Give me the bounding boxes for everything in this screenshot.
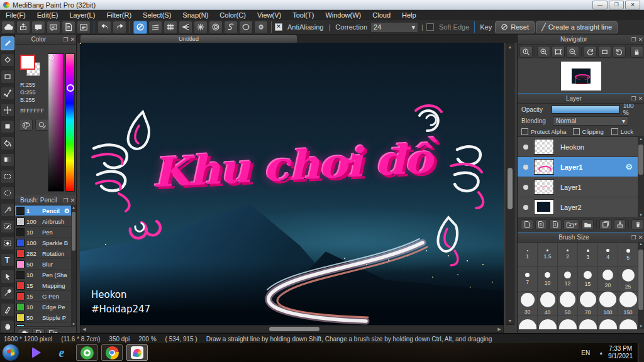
- navigator-preview[interactable]: [518, 58, 644, 93]
- undo-icon[interactable]: [97, 21, 111, 34]
- brush-item-mapping[interactable]: 15Mapping: [15, 280, 76, 291]
- menu-help[interactable]: Help: [396, 11, 422, 19]
- document-list-icon[interactable]: [77, 21, 91, 34]
- fit-screen-icon[interactable]: [552, 46, 565, 58]
- palette-icon[interactable]: [19, 119, 33, 131]
- duplicate-layer-icon[interactable]: [599, 219, 612, 230]
- snap-ellipse-icon[interactable]: [239, 21, 253, 34]
- snap-grid-icon[interactable]: [164, 21, 177, 34]
- taskbar-ie-icon[interactable]: e: [51, 344, 72, 361]
- add-folder-icon[interactable]: ▾: [564, 219, 580, 230]
- minimize-button[interactable]: —: [592, 1, 608, 9]
- snap-settings-gear-icon[interactable]: ⚙: [254, 21, 268, 34]
- close-icon[interactable]: ✕: [69, 36, 76, 43]
- soft-edge-checkbox[interactable]: [426, 23, 434, 31]
- select-pen-tool-icon[interactable]: [1, 220, 14, 234]
- foreground-color-swatch[interactable]: [20, 55, 35, 70]
- menu-filter[interactable]: Filter(R): [101, 11, 137, 19]
- menu-tool[interactable]: Tool(T): [287, 11, 319, 19]
- taskbar-chrome-icon[interactable]: [101, 344, 123, 361]
- brush-size-option[interactable]: 1: [518, 243, 537, 266]
- brush-item-stipple[interactable]: 50Stipple P: [15, 312, 76, 323]
- snap-concentric-icon[interactable]: [209, 21, 223, 34]
- protect-alpha-checkbox[interactable]: [521, 128, 528, 135]
- correction-dropdown[interactable]: 24▾: [370, 22, 418, 33]
- brush-size-option[interactable]: 10: [538, 267, 557, 291]
- eraser-tool-icon[interactable]: [1, 53, 14, 67]
- brush-size-option[interactable]: 70: [578, 292, 597, 315]
- popout-icon[interactable]: ❐: [630, 36, 637, 43]
- sv-cursor[interactable]: [49, 55, 54, 60]
- saturation-value-picker[interactable]: [48, 53, 64, 192]
- brush-size-option[interactable]: 5: [618, 243, 638, 266]
- snap-curve-icon[interactable]: [224, 21, 238, 34]
- brush-item-pencil[interactable]: 1Pencil⚙: [15, 206, 76, 216]
- create-straight-line-button[interactable]: ╱Create a straight line: [536, 21, 618, 33]
- taskbar-medibang-icon[interactable]: [126, 344, 148, 361]
- brush-settings-gear-icon[interactable]: ⚙: [64, 207, 70, 214]
- brush-size-option[interactable]: 15: [578, 267, 597, 291]
- brush-item-pen-shape[interactable]: 10Pen (Sha: [15, 270, 76, 280]
- close-button[interactable]: ✕: [625, 1, 640, 9]
- canvas-horizontal-scrollbar[interactable]: ◀ ▶: [80, 325, 504, 333]
- canvas-image[interactable]: Khu chơi đồ Heokon #Hoidap247: [80, 43, 504, 325]
- gradient-tool-icon[interactable]: [1, 153, 14, 167]
- comment-list-icon[interactable]: [47, 21, 60, 34]
- close-icon[interactable]: ✕: [69, 197, 76, 204]
- brush-item-sparkle[interactable]: 100Sparkle B: [15, 238, 76, 248]
- brush-tool-icon[interactable]: [1, 36, 14, 50]
- cloud-icon[interactable]: [1, 21, 15, 34]
- layer-visibility-icon[interactable]: [523, 165, 528, 170]
- move-tool-icon[interactable]: [1, 103, 14, 117]
- brush-size-option[interactable]: 1.5: [538, 243, 557, 266]
- scroll-down-icon[interactable]: ▼: [639, 324, 643, 328]
- brush-size-option[interactable]: 100: [598, 292, 618, 315]
- select-eraser-tool-icon[interactable]: [1, 236, 14, 250]
- popout-icon[interactable]: ❐: [62, 36, 69, 43]
- merge-layer-icon[interactable]: [614, 219, 626, 230]
- div-tool-icon[interactable]: [1, 303, 14, 317]
- scroll-down-icon[interactable]: ▼: [71, 322, 76, 326]
- text-tool-icon[interactable]: T: [1, 253, 14, 267]
- scroll-right-icon[interactable]: ▶: [496, 326, 503, 332]
- snap-radial-icon[interactable]: [194, 21, 208, 34]
- layer-settings-gear-icon[interactable]: ⚙: [625, 162, 633, 172]
- magic-wand-tool-icon[interactable]: [1, 203, 14, 217]
- brush-size-option[interactable]: [538, 316, 557, 329]
- scroll-down-icon[interactable]: ▼: [639, 213, 643, 217]
- close-icon[interactable]: ✕: [637, 36, 644, 43]
- brush-item-edge-pen[interactable]: 10Edge Pe: [15, 302, 76, 312]
- brush-size-option[interactable]: 20: [598, 267, 618, 291]
- layer-row-layer1[interactable]: Layer1: [518, 177, 644, 197]
- hue-slider[interactable]: [65, 53, 75, 192]
- reset-rotation-icon[interactable]: [598, 46, 611, 58]
- layer-row-layer1-selected[interactable]: Layer1 ⚙: [518, 157, 644, 177]
- scroll-left-icon[interactable]: ◀: [80, 326, 88, 332]
- start-button[interactable]: [3, 344, 19, 361]
- brush-size-option[interactable]: 2: [558, 243, 577, 266]
- dot-pen-tool-icon[interactable]: [1, 87, 14, 101]
- scroll-up-icon[interactable]: ▲: [71, 206, 76, 209]
- menu-layer[interactable]: Layer(L): [64, 11, 101, 19]
- brush-size-option[interactable]: [598, 316, 618, 329]
- document-icon[interactable]: [62, 21, 75, 34]
- zoom-out-icon[interactable]: [566, 46, 579, 58]
- scroll-up-icon[interactable]: ▲: [639, 242, 643, 246]
- popout-icon[interactable]: ❐: [630, 96, 637, 102]
- brush-size-option[interactable]: 3: [578, 243, 597, 266]
- v-scroll-thumb[interactable]: [508, 168, 513, 209]
- brush-item-rotation[interactable]: 282Rotation: [15, 248, 76, 259]
- scroll-down-icon[interactable]: ▼: [506, 317, 514, 324]
- brush-size-option[interactable]: [618, 316, 638, 329]
- taskbar-coccoc-icon[interactable]: [76, 344, 97, 361]
- share-icon[interactable]: [16, 21, 30, 34]
- layer-list-scrollbar[interactable]: ▲ ▼: [638, 137, 644, 217]
- scroll-up-icon[interactable]: ▲: [506, 43, 514, 50]
- opacity-slider[interactable]: [552, 106, 619, 114]
- close-icon[interactable]: ✕: [637, 234, 644, 241]
- tray-expand-icon[interactable]: ▲: [599, 351, 603, 355]
- taskbar-clock[interactable]: 7:33 PM 9/1/2021: [608, 345, 633, 360]
- menu-select[interactable]: Select(S): [137, 11, 177, 19]
- language-indicator[interactable]: EN: [581, 349, 590, 356]
- brush-size-option[interactable]: 7: [518, 267, 537, 291]
